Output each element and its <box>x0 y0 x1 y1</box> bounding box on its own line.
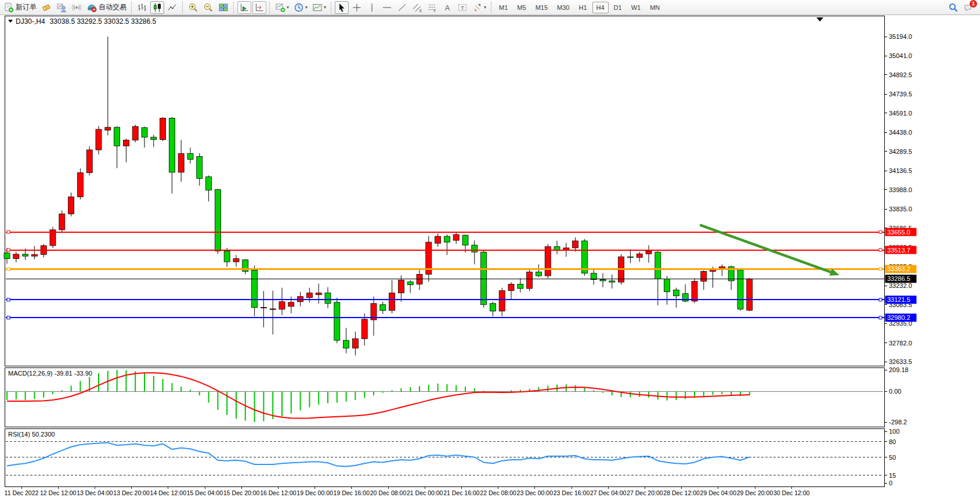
timeframe-button-m1[interactable]: M1 <box>495 2 512 13</box>
auto-scroll-button[interactable] <box>237 1 251 14</box>
svg-text:T: T <box>461 5 464 10</box>
fibonacci-button[interactable]: F <box>425 1 439 14</box>
candle-body <box>481 252 487 305</box>
candle-body <box>187 153 193 159</box>
candle-body <box>737 270 743 309</box>
new-order-button-label: 新订单 <box>16 2 37 12</box>
time-axis-label: 11 Dec 2022 <box>5 489 39 496</box>
time-axis-label: 28 Dec 12:00 <box>663 489 700 496</box>
candle-body <box>462 235 468 245</box>
macd-tick-label: -298.2 <box>889 419 907 426</box>
candle-body <box>86 150 92 172</box>
notifications-button[interactable]: 1 <box>961 1 975 14</box>
chart-shift-button[interactable] <box>252 1 266 14</box>
candle-body <box>573 241 578 248</box>
market-watch-button[interactable] <box>55 1 68 14</box>
trendline-button[interactable] <box>395 1 409 14</box>
line-handle[interactable] <box>7 248 10 251</box>
line-handle[interactable] <box>879 230 882 233</box>
timeframe-button-h1[interactable]: H1 <box>574 2 591 13</box>
candle-body <box>499 291 505 311</box>
channel-button[interactable]: E <box>410 1 424 14</box>
time-axis-label: 14 Dec 12:00 <box>150 489 187 496</box>
line-handle[interactable] <box>879 316 882 319</box>
fibonacci-icon: F <box>427 2 437 13</box>
zoom-out-button[interactable] <box>201 1 215 14</box>
text-label-button[interactable]: T <box>455 1 469 14</box>
arrows-button[interactable]: ▾ <box>471 1 488 14</box>
signals-button[interactable] <box>70 1 84 14</box>
timeframe-button-h4[interactable]: H4 <box>592 2 609 13</box>
zoom-in-button[interactable] <box>186 1 200 14</box>
price-level-badge-label: 33363.2 <box>887 265 910 272</box>
crosshair-button[interactable] <box>350 1 364 14</box>
price-tick-label: 32633.5 <box>889 358 912 365</box>
candle-body <box>398 280 404 293</box>
candle-body <box>68 197 74 214</box>
vline-icon <box>367 2 377 13</box>
candle-body <box>407 282 413 285</box>
time-axis-label: 21 Dec 16:00 <box>443 489 480 496</box>
candle-body <box>417 274 422 284</box>
candle-body <box>31 254 37 256</box>
candle-chart-button[interactable] <box>150 1 164 14</box>
timeframe-button-m5[interactable]: M5 <box>513 2 530 13</box>
candle-body <box>490 304 496 311</box>
text-button[interactable]: A <box>440 1 454 14</box>
search-button[interactable] <box>946 1 960 14</box>
new-chart-button[interactable]: ▾ <box>273 1 291 14</box>
text-label-icon: T <box>457 2 468 13</box>
time-axis-label: 20 Dec 08:00 <box>370 489 407 496</box>
line-handle[interactable] <box>7 316 10 319</box>
line-chart-button[interactable] <box>165 1 179 14</box>
toolbar-separator <box>131 2 132 13</box>
timeframe-button-w1[interactable]: W1 <box>627 2 645 13</box>
channel-icon: E <box>412 2 422 13</box>
timeframe-button-mn[interactable]: MN <box>646 2 664 13</box>
line-handle[interactable] <box>879 298 882 301</box>
bar-chart-button[interactable] <box>135 1 149 14</box>
candle-body <box>518 284 523 289</box>
chevron-down-icon: ▾ <box>305 5 308 10</box>
candle-body <box>206 176 212 190</box>
toolbar-separator <box>269 2 270 13</box>
main-chart-panel[interactable] <box>5 16 884 366</box>
macd-tick-label: 209.18 <box>889 366 909 373</box>
candle-body <box>160 118 166 139</box>
candle-body <box>197 156 202 178</box>
new-order-button[interactable]: 新订单 <box>2 1 38 14</box>
candle-body <box>472 245 478 252</box>
line-handle[interactable] <box>7 268 10 271</box>
line-handle[interactable] <box>879 268 882 271</box>
crosshair-icon <box>352 2 362 13</box>
vline-button[interactable] <box>365 1 379 14</box>
price-tick-label: 32782.0 <box>889 340 912 347</box>
candle-body <box>169 118 175 172</box>
candle-body <box>261 307 266 308</box>
hline-button[interactable] <box>380 1 394 14</box>
line-handle[interactable] <box>879 248 882 251</box>
candle-body <box>77 172 83 197</box>
zoom-out-icon <box>203 2 214 13</box>
line-handle[interactable] <box>7 230 10 233</box>
candle-body <box>306 293 312 298</box>
periods-button[interactable]: ▾ <box>292 1 309 14</box>
svg-text:F: F <box>434 9 436 13</box>
candle-body <box>233 258 239 262</box>
price-tick-label: 34591.0 <box>889 110 912 117</box>
timeframe-button-d1[interactable]: D1 <box>610 2 626 13</box>
candle-body <box>105 127 111 130</box>
cursor-button[interactable] <box>335 1 349 14</box>
time-axis-label: 21 Dec 00:00 <box>407 489 443 496</box>
autotrade-button[interactable]: 自动交易 <box>85 1 128 14</box>
line-handle[interactable] <box>7 298 10 301</box>
templates-button[interactable]: ▾ <box>310 1 328 14</box>
time-axis-label: 23 Dec 00:00 <box>517 489 554 496</box>
tile-windows-button[interactable] <box>216 1 230 14</box>
timeframe-button-m15[interactable]: M15 <box>531 2 552 13</box>
chart-window[interactable]: 35194.035041.034892.534739.534591.034438… <box>0 0 980 501</box>
styler-button[interactable] <box>39 1 53 14</box>
timeframe-button-m30[interactable]: M30 <box>553 2 573 13</box>
price-tick-label: 34739.5 <box>889 91 912 98</box>
rsi-tick-label: 80 <box>889 438 896 445</box>
